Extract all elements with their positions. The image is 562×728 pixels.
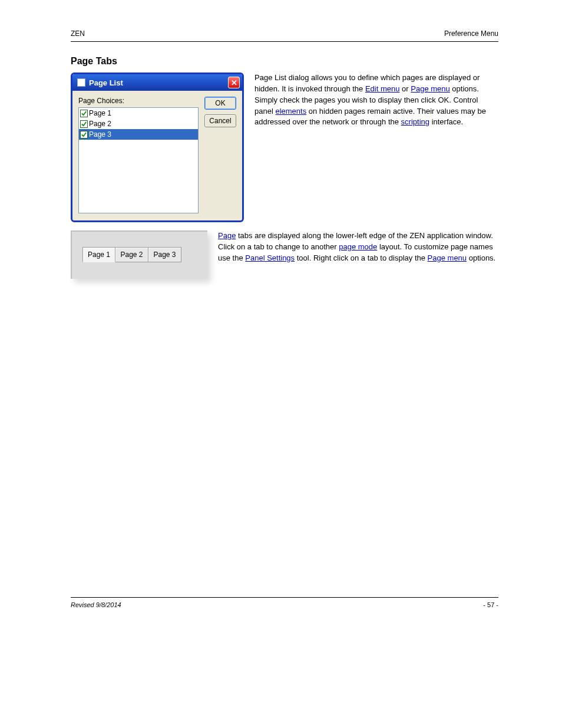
header-right: Preference Menu (444, 29, 498, 38)
list-item[interactable]: Page 1 (79, 108, 198, 118)
link-page-mode[interactable]: page mode (339, 242, 377, 251)
link-page[interactable]: Page (218, 231, 236, 240)
link-elements[interactable]: elements (275, 107, 306, 116)
list-item-label: Page 1 (89, 109, 111, 117)
page-list-dialog: Page List ✕ Page Choices: Page 1Page 2Pa… (71, 73, 244, 222)
link-page-menu-2[interactable]: Page menu (428, 253, 467, 262)
page-tabs-screenshot: Page 1Page 2Page 3 (71, 230, 207, 279)
section-title: Page Tabs (71, 56, 498, 67)
dialog-title: Page List (89, 78, 123, 87)
page-choices-label: Page Choices: (78, 97, 199, 105)
ok-button[interactable]: OK (204, 97, 236, 110)
header-left: ZEN (71, 29, 85, 38)
close-icon[interactable]: ✕ (228, 77, 240, 88)
list-item-label: Page 2 (89, 120, 111, 128)
footer-page-number: - 57 - (483, 601, 498, 608)
paragraph-page-list: Page List dialog allows you to define wh… (254, 73, 498, 128)
paragraph-page-tabs: Page tabs are displayed along the lower-… (218, 230, 498, 264)
window-icon (77, 78, 85, 87)
link-edit-menu[interactable]: Edit menu (365, 84, 400, 93)
checkbox-icon[interactable] (80, 120, 88, 128)
footer-rule (71, 597, 498, 598)
link-panel-settings[interactable]: Panel Settings (245, 253, 295, 262)
page-tab[interactable]: Page 2 (115, 247, 148, 262)
checkbox-icon[interactable] (80, 131, 88, 139)
list-item[interactable]: Page 3 (79, 129, 198, 140)
link-page-menu[interactable]: Page menu (411, 84, 450, 93)
page-tab[interactable]: Page 1 (82, 247, 115, 262)
checkbox-icon[interactable] (80, 110, 88, 117)
cancel-button[interactable]: Cancel (204, 114, 236, 127)
dialog-titlebar[interactable]: Page List ✕ (72, 74, 242, 91)
page-choices-listbox[interactable]: Page 1Page 2Page 3 (78, 107, 199, 213)
page-tab[interactable]: Page 3 (148, 247, 181, 262)
list-item[interactable]: Page 2 (79, 118, 198, 129)
footer-date: Revised 9/8/2014 (71, 601, 121, 608)
link-scripting[interactable]: scripting (401, 117, 429, 126)
list-item-label: Page 3 (89, 130, 111, 139)
header-rule (71, 41, 498, 42)
